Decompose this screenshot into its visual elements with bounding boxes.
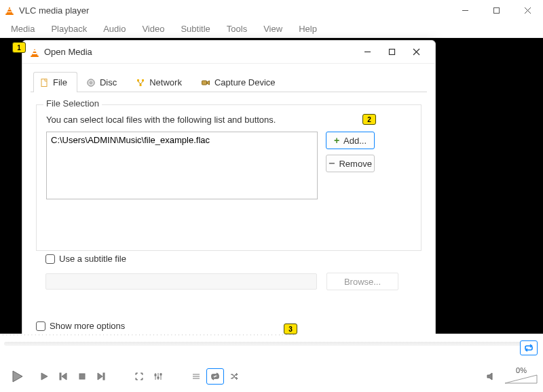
mute-button[interactable] xyxy=(482,368,500,385)
vlc-cone-icon xyxy=(4,5,15,16)
capture-device-icon xyxy=(201,78,210,87)
menu-media[interactable]: Media xyxy=(3,21,43,37)
svg-marker-22 xyxy=(62,373,67,380)
file-selection-group: File Selection You can select local file… xyxy=(36,104,422,251)
step-badge-1: 1 xyxy=(12,42,26,53)
file-list[interactable]: C:\Users\ADMIN\Music\file_example.flac xyxy=(46,132,318,199)
volume-percent: 0% xyxy=(516,366,527,374)
menu-tools[interactable]: Tools xyxy=(219,21,255,37)
menu-subtitle[interactable]: Subtitle xyxy=(172,21,218,37)
add-button[interactable]: + Add... xyxy=(326,132,375,149)
menu-video[interactable]: Video xyxy=(134,21,172,37)
window-title: VLC media player xyxy=(19,5,89,16)
svg-marker-35 xyxy=(487,373,492,380)
use-subtitle-row: Use a subtitle file xyxy=(45,254,126,264)
svg-rect-25 xyxy=(103,373,105,380)
svg-line-15 xyxy=(141,81,143,84)
next-button[interactable] xyxy=(92,368,110,385)
player-controls: 0% xyxy=(0,361,543,392)
remove-button[interactable]: − Remove xyxy=(326,155,375,172)
step-badge-3: 3 xyxy=(284,324,297,334)
tab-capture-device[interactable]: Capture Device xyxy=(195,72,286,92)
dialog-title: Open Media xyxy=(44,47,92,57)
file-selection-help: You can select local files with the foll… xyxy=(46,115,411,125)
minimize-button[interactable] xyxy=(449,0,481,20)
subtitle-input-row: Browse... xyxy=(45,273,412,290)
previous-button[interactable] xyxy=(54,368,72,385)
svg-line-14 xyxy=(138,81,141,84)
menu-bar: Media Playback Audio Video Subtitle Tool… xyxy=(0,20,543,38)
vlc-cone-icon xyxy=(29,47,40,58)
dialog-maximize-button[interactable] xyxy=(379,42,404,62)
volume-column: 0% xyxy=(505,366,538,387)
svg-rect-13 xyxy=(140,84,142,86)
ab-loop-button[interactable] xyxy=(520,340,538,355)
file-list-item[interactable]: C:\Users\ADMIN\Music\file_example.flac xyxy=(51,135,313,145)
svg-rect-29 xyxy=(155,374,156,376)
timeline-marks: ' ' ' ' ' ' ' ' ' ' ' ' ' ' ' ' ' ' ' ' … xyxy=(3,334,540,340)
tab-network[interactable]: Network xyxy=(130,72,192,92)
maximize-button[interactable] xyxy=(481,0,512,20)
svg-rect-12 xyxy=(142,79,144,81)
menu-audio[interactable]: Audio xyxy=(95,21,134,37)
view-buttons xyxy=(130,368,167,385)
loop-button[interactable] xyxy=(206,368,224,385)
shuffle-button[interactable] xyxy=(225,368,243,385)
svg-marker-36 xyxy=(505,375,537,383)
tab-file[interactable]: File xyxy=(33,72,77,92)
minus-icon: − xyxy=(329,158,335,169)
svg-rect-5 xyxy=(389,50,394,55)
show-more-options-row: Show more options xyxy=(36,321,125,331)
app-window: VLC media player Media Playback Audio Vi… xyxy=(0,0,543,392)
tab-label: File xyxy=(53,77,67,87)
svg-rect-8 xyxy=(41,79,47,86)
tab-label: Disc xyxy=(100,77,117,87)
play-button[interactable] xyxy=(5,366,29,387)
file-icon xyxy=(39,78,49,87)
svg-point-10 xyxy=(90,81,92,83)
disc-icon xyxy=(86,78,96,87)
menu-help[interactable]: Help xyxy=(291,21,325,37)
tab-label: Network xyxy=(149,77,182,87)
remove-button-label: Remove xyxy=(339,159,371,169)
svg-rect-31 xyxy=(160,374,162,375)
dialog-titlebar[interactable]: Open Media xyxy=(22,41,435,64)
playlist-button[interactable] xyxy=(187,368,205,385)
close-button[interactable] xyxy=(512,0,543,20)
play-small-button[interactable] xyxy=(35,368,53,385)
open-media-dialog: Open Media File Disc Network xyxy=(22,40,436,366)
tab-label: Capture Device xyxy=(214,77,276,87)
file-selection-legend: File Selection xyxy=(43,98,102,109)
dialog-minimize-button[interactable] xyxy=(355,42,379,62)
browse-subtitle-button: Browse... xyxy=(326,273,398,290)
show-more-options-label: Show more options xyxy=(50,321,125,331)
dialog-tabstrip: File Disc Network Capture Device xyxy=(31,69,427,92)
file-buttons-column: + Add... − Remove xyxy=(326,132,375,199)
svg-rect-1 xyxy=(493,7,499,13)
use-subtitle-checkbox[interactable] xyxy=(45,254,55,264)
svg-rect-30 xyxy=(157,377,159,378)
dialog-window-buttons xyxy=(355,42,428,62)
use-subtitle-label: Use a subtitle file xyxy=(59,254,126,264)
volume-slider[interactable] xyxy=(505,374,538,387)
tab-disc[interactable]: Disc xyxy=(80,72,127,92)
step-badge-2: 2 xyxy=(362,114,376,125)
volume-area: 0% xyxy=(482,366,538,387)
extended-settings-button[interactable] xyxy=(149,368,167,385)
dialog-close-button[interactable] xyxy=(404,42,428,62)
svg-marker-19 xyxy=(13,371,22,382)
svg-rect-11 xyxy=(137,79,139,81)
fullscreen-button[interactable] xyxy=(130,368,148,385)
seek-slider[interactable] xyxy=(4,342,538,346)
network-icon xyxy=(136,78,145,87)
timeline-zone: ' ' ' ' ' ' ' ' ' ' ' ' ' ' ' ' ' ' ' ' … xyxy=(0,334,543,361)
window-buttons xyxy=(449,0,543,20)
playlist-buttons xyxy=(187,368,243,385)
menu-playback[interactable]: Playback xyxy=(43,21,95,37)
add-button-label: Add... xyxy=(343,136,367,146)
stop-button[interactable] xyxy=(73,368,91,385)
menu-view[interactable]: View xyxy=(255,21,291,37)
svg-rect-23 xyxy=(79,374,85,379)
playback-buttons xyxy=(35,368,110,385)
show-more-options-checkbox[interactable] xyxy=(36,321,45,331)
